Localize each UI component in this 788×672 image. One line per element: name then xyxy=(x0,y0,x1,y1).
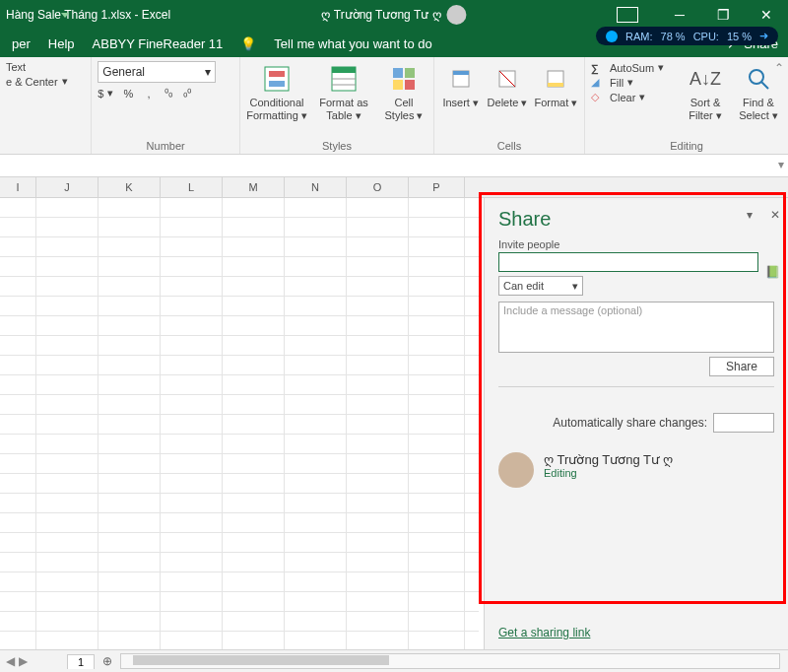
sheet-nav-next-icon[interactable]: ▶ xyxy=(19,654,28,668)
lightbulb-icon: 💡 xyxy=(240,36,256,51)
cell-styles-button[interactable]: Cell Styles ▾ xyxy=(380,61,427,121)
tell-me-input[interactable]: Tell me what you want to do xyxy=(274,36,431,51)
share-pane-title: Share xyxy=(498,208,788,231)
sort-filter-button[interactable]: A↓ZSort & Filter ▾ xyxy=(682,61,729,121)
user-avatar[interactable] xyxy=(447,5,467,25)
group-number: Number xyxy=(98,138,233,154)
percent-button[interactable]: % xyxy=(124,88,134,100)
permission-combo[interactable]: Can edit▾ xyxy=(498,276,583,296)
fill-button[interactable]: ◢ Fill ▾ xyxy=(591,76,676,89)
person-avatar xyxy=(498,452,534,488)
person-status: Editing xyxy=(544,467,673,479)
merge-center-button[interactable]: e & Center ▾ xyxy=(6,75,68,88)
ribbon-display-icon[interactable] xyxy=(617,7,638,23)
status-bar: ◀ ▶ 1 ⊕ xyxy=(0,649,788,672)
svg-rect-1 xyxy=(265,67,289,91)
collapse-ribbon-icon[interactable]: ⌃ xyxy=(774,61,784,75)
group-cells: Cells xyxy=(440,138,578,154)
person-name: ღ Trường Tương Tư ღ xyxy=(544,452,673,467)
close-button[interactable]: ✕ xyxy=(745,0,788,30)
share-button[interactable]: Share xyxy=(709,357,774,376)
arrow-icon[interactable]: ➜ xyxy=(759,30,768,42)
tab-help[interactable]: Help xyxy=(48,36,75,51)
share-pane: ▾ ✕ Share Invite people 📗 Can edit▾ Incl… xyxy=(484,198,788,649)
worksheet-grid[interactable] xyxy=(0,198,479,649)
message-input[interactable]: Include a message (optional) xyxy=(498,302,774,353)
svg-rect-17 xyxy=(548,83,563,87)
monitor-icon xyxy=(606,31,618,42)
tab-abbyy[interactable]: ABBYY FineReader 11 xyxy=(93,36,224,51)
svg-line-19 xyxy=(761,82,768,89)
decrease-decimal-button[interactable]: ₀⁰ xyxy=(183,87,191,100)
col-L[interactable]: L xyxy=(161,177,223,197)
insert-button[interactable]: Insert ▾ xyxy=(440,61,481,109)
svg-rect-10 xyxy=(393,80,403,90)
col-N[interactable]: N xyxy=(285,177,347,197)
col-I[interactable]: I xyxy=(0,177,36,197)
autosum-button[interactable]: ∑ AutoSum ▾ xyxy=(591,61,676,74)
pane-menu-icon[interactable]: ▾ xyxy=(747,208,753,222)
conditional-formatting-button[interactable]: Conditional Formatting ▾ xyxy=(246,61,307,121)
comma-button[interactable]: , xyxy=(147,88,150,100)
formula-bar[interactable]: ▾ xyxy=(0,155,788,177)
minimize-button[interactable]: ─ xyxy=(658,0,701,30)
svg-rect-11 xyxy=(405,80,415,90)
tab-per[interactable]: per xyxy=(12,36,31,51)
ribbon-tabs: per Help ABBYY FineReader 11 💡 Tell me w… xyxy=(0,30,788,57)
auto-share-label: Automatically share changes: xyxy=(553,416,707,430)
invite-people-input[interactable] xyxy=(498,252,758,272)
horizontal-scrollbar[interactable] xyxy=(120,653,780,669)
svg-rect-2 xyxy=(269,71,285,77)
title-bar: Hàng Sale Tháng 1.xlsx - Excel ღ Trường … xyxy=(0,0,788,30)
get-sharing-link[interactable]: Get a sharing link xyxy=(498,626,590,639)
col-K[interactable]: K xyxy=(98,177,161,197)
svg-rect-5 xyxy=(332,67,356,73)
sheet-tab[interactable]: 1 xyxy=(67,654,95,669)
col-P[interactable]: P xyxy=(409,177,465,197)
group-styles: Styles xyxy=(246,138,427,154)
col-O[interactable]: O xyxy=(347,177,409,197)
column-headers: I J K L M N O P xyxy=(0,177,788,198)
svg-rect-9 xyxy=(405,68,415,78)
svg-rect-8 xyxy=(393,68,403,78)
col-J[interactable]: J xyxy=(36,177,98,197)
pane-close-icon[interactable]: ✕ xyxy=(770,208,780,222)
svg-rect-13 xyxy=(453,71,469,75)
sheet-nav-prev-icon[interactable]: ◀ xyxy=(6,654,15,668)
dropdown-icon[interactable] xyxy=(58,8,72,22)
shared-person[interactable]: ღ Trường Tương Tư ღ Editing xyxy=(498,452,774,488)
format-as-table-button[interactable]: Format as Table ▾ xyxy=(313,61,374,121)
auto-share-combo[interactable] xyxy=(713,413,774,433)
format-button[interactable]: Format ▾ xyxy=(534,61,578,109)
wrap-text-button[interactable]: Text xyxy=(6,61,68,73)
delete-button[interactable]: Delete ▾ xyxy=(487,61,527,109)
col-M[interactable]: M xyxy=(223,177,285,197)
address-book-icon[interactable]: 📗 xyxy=(765,265,780,279)
svg-rect-3 xyxy=(269,81,285,87)
clear-button[interactable]: ◇ Clear ▾ xyxy=(591,91,676,103)
restore-button[interactable]: ❐ xyxy=(701,0,745,30)
expand-formula-icon[interactable]: ▾ xyxy=(778,158,784,171)
svg-point-18 xyxy=(750,70,763,84)
document-title: Hàng Sale Tháng 1.xlsx - Excel xyxy=(0,8,176,22)
add-sheet-icon[interactable]: ⊕ xyxy=(102,654,112,668)
invite-label: Invite people xyxy=(498,238,774,250)
signed-in-user[interactable]: ღ Trường Tương Tư ღ xyxy=(321,8,440,22)
group-editing: Editing xyxy=(591,138,782,154)
system-monitor: RAM:78 % CPU:15 % ➜ xyxy=(596,27,778,45)
ribbon: Text e & Center ▾ General▾ $ ▾ % , ⁰₀ ₀⁰… xyxy=(0,57,788,155)
increase-decimal-button[interactable]: ⁰₀ xyxy=(164,87,172,100)
number-format-combo[interactable]: General▾ xyxy=(98,61,216,83)
currency-button[interactable]: $ xyxy=(98,88,103,100)
svg-marker-0 xyxy=(61,13,69,18)
